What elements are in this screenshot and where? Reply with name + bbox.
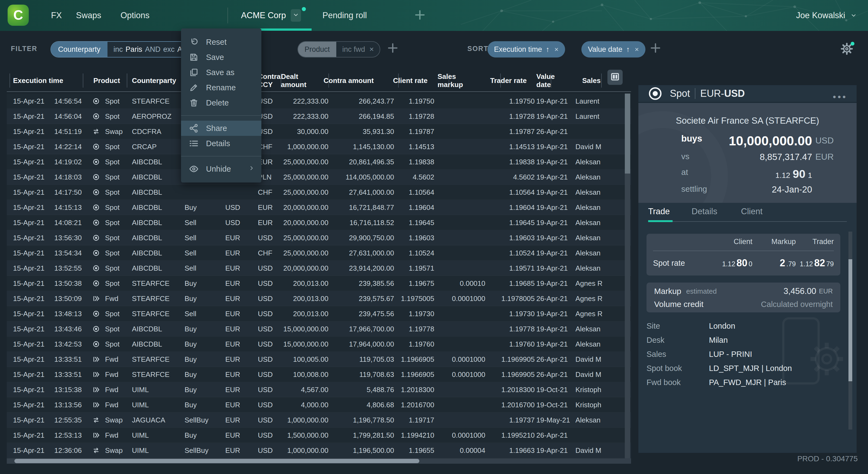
tab-fx[interactable]: FX bbox=[51, 0, 62, 31]
table-row[interactable]: 15-Apr-2113:33:51FwdSTEARFCEBuyEURUSD100… bbox=[7, 352, 631, 367]
column-header-execution-time[interactable]: Execution time bbox=[13, 69, 67, 92]
column-header-product[interactable]: Product bbox=[93, 69, 134, 92]
table-row[interactable]: 15-Apr-2114:08:21SpotAIBCDBLSellUSDEUR20… bbox=[7, 215, 631, 230]
workspace-menu-chevron-down-icon[interactable] bbox=[291, 9, 301, 22]
column-header-trader-rate[interactable]: Trader rate bbox=[490, 69, 534, 92]
add-workspace-button[interactable] bbox=[415, 0, 425, 31]
menu-item-rename[interactable]: Rename bbox=[181, 80, 261, 95]
cell-execution-time: 14:15:13 bbox=[54, 200, 82, 215]
swap-product-icon bbox=[93, 128, 100, 135]
filter-chip-product[interactable]: Product inc fwd × bbox=[298, 41, 380, 58]
menu-item-reset[interactable]: Reset bbox=[181, 34, 261, 49]
workspace-tab-acme-corp[interactable]: ACME Corp bbox=[241, 0, 301, 31]
tab-details[interactable]: Details bbox=[691, 207, 717, 216]
sort-chip-execution-time[interactable]: Execution time↑× bbox=[488, 41, 565, 58]
table-row[interactable]: 15-Apr-2114:22:14SpotCRCAPCHF1,000,000.0… bbox=[7, 139, 631, 154]
cell-contra-ccy: USD bbox=[258, 276, 273, 291]
sort-direction-icon[interactable]: ↑ bbox=[546, 45, 550, 54]
cell-execution-date: 15-Apr-21 bbox=[13, 397, 44, 412]
menu-divider bbox=[181, 115, 261, 116]
menu-item-share[interactable]: Share bbox=[181, 121, 261, 136]
more-options-icon[interactable]: ••• bbox=[833, 92, 847, 102]
cell-value-date: 19-Apr-21 bbox=[536, 261, 568, 276]
cell-buy-sell: Sell bbox=[185, 245, 196, 261]
add-filter-button[interactable] bbox=[388, 31, 398, 66]
menu-item-unhide[interactable]: Unhide bbox=[181, 161, 261, 176]
table-row[interactable]: 15-Apr-2112:36:06SwapUIMLSellBuyEURUSD1,… bbox=[7, 443, 631, 458]
table-row[interactable]: 15-Apr-2113:50:09FwdSTEARFCEBuyEURUSD200… bbox=[7, 291, 631, 306]
table-row[interactable]: 15-Apr-2113:56:30SpotAIBCDBLSellEURUSD25… bbox=[7, 230, 631, 245]
column-header-client-rate[interactable]: Client rate bbox=[393, 69, 436, 92]
cell-product: Spot bbox=[105, 261, 120, 276]
menu-item-details[interactable]: Details bbox=[181, 136, 261, 151]
table-row[interactable]: 15-Apr-2112:55:35SwapJAGUACASellBuyEURUS… bbox=[7, 412, 631, 428]
detail-label: Desk bbox=[647, 336, 664, 345]
menu-item-delete[interactable]: Delete bbox=[181, 95, 261, 110]
remove-filter-icon[interactable]: × bbox=[369, 45, 374, 54]
fwd-product-icon bbox=[93, 371, 100, 378]
cell-dealt-amount: 222,333.00 bbox=[293, 94, 329, 109]
menu-item-save-as[interactable]: Save as bbox=[181, 65, 261, 80]
cell-client-rate: 1.19603 bbox=[409, 230, 434, 245]
remove-sort-icon[interactable]: × bbox=[635, 45, 639, 54]
user-menu[interactable]: Joe Kowalski bbox=[796, 0, 857, 31]
table-row[interactable]: 15-Apr-2113:33:51FwdSTEARFCEBuyEURUSD100… bbox=[7, 367, 631, 382]
column-header-contra-amount[interactable]: Contra amount bbox=[323, 69, 378, 92]
table-row[interactable]: 15-Apr-2113:54:34SpotAIBCDBLSellEURCHF25… bbox=[7, 245, 631, 261]
vertical-scrollbar-thumb[interactable] bbox=[625, 94, 630, 174]
column-header-value-date[interactable]: Value date bbox=[536, 69, 561, 92]
cell-counterparty: STEARFCE bbox=[132, 94, 169, 109]
table-row[interactable]: 15-Apr-2114:56:04SpotAEROPROZUSD222,333.… bbox=[7, 109, 631, 124]
tab-options[interactable]: Options bbox=[121, 0, 150, 31]
filter-label: FILTER bbox=[11, 31, 37, 66]
settings-notification-dot bbox=[850, 42, 855, 45]
cell-counterparty: STEARFCE bbox=[132, 367, 169, 382]
top-bar: C FX Swaps Options ACME Corp Pending rol… bbox=[0, 0, 868, 31]
cell-contra-amount: 119,705.03 bbox=[359, 352, 394, 367]
markup-card: Markup estimated 3,456.00 EUR Volume cre… bbox=[647, 282, 840, 312]
tab-swaps[interactable]: Swaps bbox=[76, 0, 101, 31]
cell-dealt-amount: 4,000.00 bbox=[301, 397, 329, 412]
workspace-tab-pending-roll[interactable]: Pending roll bbox=[322, 0, 367, 31]
table-row[interactable]: 15-Apr-2114:51:19SwapCDCFRAUSD30,000.003… bbox=[7, 124, 631, 139]
cell-buy-sell: Buy bbox=[185, 291, 197, 306]
table-row[interactable]: 15-Apr-2113:52:55SpotAIBCDBLSellEURUSD20… bbox=[7, 261, 631, 276]
panel-scrollbar-thumb[interactable] bbox=[848, 259, 852, 381]
table-row[interactable]: 15-Apr-2114:18:03SpotAIBCDBLPLN25,000,00… bbox=[7, 169, 631, 185]
remove-sort-icon[interactable]: × bbox=[555, 45, 559, 54]
device-gear-watermark-icon bbox=[781, 313, 848, 393]
table-row[interactable]: 15-Apr-2113:13:56FwdUIMLBuyEURUSD4,000.0… bbox=[7, 397, 631, 412]
column-header-dealt-amount[interactable]: Dealt amount bbox=[281, 69, 313, 92]
table-row[interactable]: 15-Apr-2114:17:50SpotAIBCDBLCHF25,000,00… bbox=[7, 185, 631, 200]
table-row[interactable]: 15-Apr-2114:15:13SpotAIBCDBLBuyUSDEUR20,… bbox=[7, 200, 631, 215]
table-row[interactable]: 15-Apr-2114:56:54SpotSTEARFCEUSD222,333.… bbox=[7, 94, 631, 109]
add-sort-button[interactable] bbox=[650, 31, 661, 66]
sort-direction-icon[interactable]: ↑ bbox=[626, 45, 630, 54]
cell-dealt-amount: 25,000,000.00 bbox=[283, 185, 329, 200]
menu-item-save[interactable]: Save bbox=[181, 49, 261, 65]
column-header-counterparty[interactable]: Counterparty bbox=[132, 69, 181, 92]
column-header-sales-markup[interactable]: Sales markup bbox=[437, 69, 465, 92]
tab-trade[interactable]: Trade bbox=[648, 207, 670, 216]
table-row[interactable]: 15-Apr-2113:42:53SpotAIBCDBLBuyEURUSD15,… bbox=[7, 337, 631, 352]
table-row[interactable]: 15-Apr-2113:50:38SpotSTEARFCEBuyEURUSD20… bbox=[7, 276, 631, 291]
cell-execution-date: 15-Apr-21 bbox=[13, 337, 44, 352]
table-row[interactable]: 15-Apr-2112:53:13FwdUIMLBuyEURUSD1,500,0… bbox=[7, 428, 631, 443]
app-logo[interactable]: C bbox=[8, 5, 29, 26]
tab-client[interactable]: Client bbox=[741, 207, 763, 216]
column-header-contra-ccy[interactable]: Contra CCY bbox=[258, 69, 284, 92]
menu-item-label: Rename bbox=[206, 83, 236, 92]
cell-contra-ccy: CHF bbox=[258, 185, 272, 200]
table-row[interactable]: 15-Apr-2113:15:38FwdUIMLBuyEURUSD4,567.0… bbox=[7, 382, 631, 397]
table-row[interactable]: 15-Apr-2113:48:13SpotSTEARFCESellEURUSD2… bbox=[7, 306, 631, 321]
sort-chip-value-date[interactable]: Value date↑× bbox=[581, 41, 645, 58]
table-row[interactable]: 15-Apr-2113:43:46SpotAIBCDBLBuyEURUSD15,… bbox=[7, 321, 631, 337]
details-icon bbox=[189, 139, 198, 148]
cell-contra-ccy: EUR bbox=[258, 215, 273, 230]
column-chooser-button[interactable] bbox=[608, 70, 623, 85]
filter-chip-counterparty[interactable]: Counterparty incParisANDexcAir× bbox=[51, 41, 201, 58]
cell-dealt-ccy: EUR bbox=[225, 306, 240, 321]
table-row[interactable]: 15-Apr-2114:19:02SpotAIBCDBLEUR25,000,00… bbox=[7, 154, 631, 169]
horizontal-scrollbar-thumb[interactable] bbox=[14, 459, 420, 463]
cell-sales: David M bbox=[576, 139, 630, 154]
